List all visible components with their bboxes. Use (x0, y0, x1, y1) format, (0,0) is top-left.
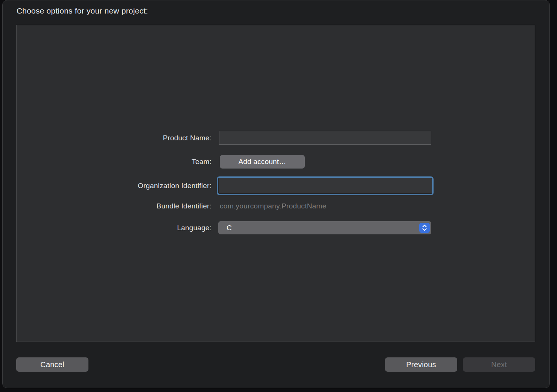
bundle-identifier-label: Bundle Identifier: (17, 201, 212, 212)
screen-background: Choose options for your new project: Pro… (0, 0, 557, 392)
product-name-label: Product Name: (17, 132, 212, 144)
add-account-button[interactable]: Add account… (220, 155, 305, 169)
language-popup-selected-value: C (218, 224, 232, 232)
language-label: Language: (17, 222, 212, 234)
organization-identifier-input[interactable] (218, 178, 432, 194)
team-label: Team: (17, 156, 212, 167)
up-down-chevron-icon (419, 223, 430, 233)
options-panel: Product Name: Team: Add account… Organiz… (16, 25, 535, 342)
sheet-title: Choose options for your new project: (17, 6, 148, 15)
language-popup[interactable]: C (218, 221, 431, 234)
next-button[interactable]: Next (463, 357, 535, 372)
bundle-identifier-value: com.yourcompany.ProductName (220, 201, 326, 212)
cancel-button[interactable]: Cancel (16, 357, 88, 372)
organization-identifier-label: Organization Identifier: (17, 180, 212, 191)
product-name-input[interactable] (219, 131, 431, 145)
previous-button[interactable]: Previous (385, 357, 457, 372)
organization-identifier-focus-ring (217, 176, 434, 195)
new-project-options-sheet: Choose options for your new project: Pro… (2, 0, 550, 388)
